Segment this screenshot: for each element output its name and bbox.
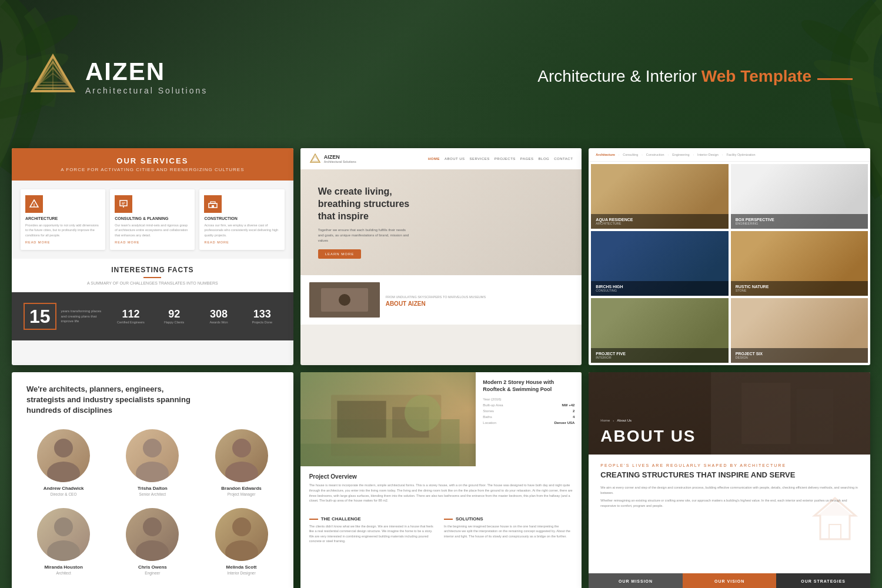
portfolio-nav-sep1: · [619, 153, 620, 156]
member5-photo [126, 508, 179, 561]
services-items: ARCHITECTURE Provides an opportunity to … [12, 181, 293, 259]
svg-point-31 [232, 439, 251, 457]
portfolio-nav-int[interactable]: Interior Design [697, 153, 719, 156]
project-built: Built-up Area NW +42 [483, 403, 574, 407]
solutions-text: In the beginning we imagined because hou… [444, 524, 573, 539]
about-preview-image [309, 282, 380, 318]
about-heading: CREATING STRUCTURES THAT INSPIRE AND SER… [600, 470, 858, 480]
project1-cat: ARCHITECTURE [596, 222, 723, 225]
nav-home[interactable]: HOME [428, 157, 440, 161]
svg-point-34 [47, 540, 80, 561]
construction-icon [204, 195, 222, 213]
portfolio-overlay-3: BIRCHS HIGH CONSULTING [591, 281, 728, 296]
member1-name: Andrew Chadwick [24, 486, 103, 491]
fact-projects: 133 Projects Done [243, 308, 282, 324]
portfolio-nav-arch[interactable]: Architecture [596, 153, 614, 156]
portfolio-nav-sep5: · [722, 153, 723, 156]
svg-rect-43 [392, 407, 429, 437]
project4-cat: STONE [736, 289, 863, 292]
project-baths: Baths 4 [483, 415, 574, 419]
portfolio-nav-fac[interactable]: Facility Optimization [726, 153, 755, 156]
about-tab-strategies[interactable]: OUR STRATEGIES [776, 573, 870, 588]
portfolio-overlay-1: AQUA RESIDENCE ARCHITECTURE [591, 214, 728, 229]
about-tabs: OUR MISSION OUR VISION OUR STRATEGIES [589, 573, 870, 588]
built-val: NW +42 [562, 403, 574, 407]
consulting-link[interactable]: READ MORE [115, 240, 190, 244]
nav-blog[interactable]: BLOG [539, 157, 550, 161]
member5-role: Engineer [112, 571, 192, 575]
portfolio-nav-constr[interactable]: Construction [646, 153, 664, 156]
portfolio-nav-eng[interactable]: Engineering [672, 153, 689, 156]
project-title: Modern 2 Storey House with Roofteck & Sw… [483, 379, 574, 393]
svg-rect-22 [315, 288, 345, 312]
member5-name: Chris Owens [112, 564, 192, 570]
challenge-section: THE CHALLENGE The clients didn't know wh… [309, 516, 438, 543]
brand-tagline: Architectural Solutions [85, 86, 208, 95]
architecture-link[interactable]: READ MORE [25, 240, 101, 244]
breadcrumb: Home › About Us [600, 419, 858, 422]
service-consulting: CONSULTING & PLANNING Our team's analyti… [110, 189, 195, 250]
nav-projects[interactable]: PROJECTS [495, 157, 516, 161]
portfolio-item-3[interactable]: BIRCHS HIGH CONSULTING [591, 231, 728, 296]
hero-desc: Together we ensure that each building fu… [318, 228, 412, 243]
project3-title: BIRCHS HIGH [596, 285, 723, 289]
header-title: Architecture & Interior Web Template [537, 67, 853, 86]
screenshots-grid: OUR SERVICES A FORCE FOR ACTIVATING CITI… [12, 148, 870, 588]
location-val: Denver USA [554, 421, 575, 425]
overview-title: Project Overview [309, 473, 573, 480]
consulting-desc: Our team's analytical mind-sets and rigo… [115, 223, 190, 238]
portfolio-item-6[interactable]: PROJECT SIX DESIGN [731, 298, 868, 363]
header-title-plain: Architecture & Interior [537, 67, 701, 85]
challenge-title: THE CHALLENGE [309, 516, 438, 522]
nav-pages[interactable]: PAGES [520, 157, 534, 161]
construction-desc: Across our firm, we employ a diverse cas… [204, 223, 279, 238]
portfolio-item-5[interactable]: PROJECT FIVE INTERIOR [591, 298, 728, 363]
hero-content: We create living, breathing structures t… [318, 186, 412, 258]
fact-projects-num: 133 [243, 308, 282, 320]
member3-photo [215, 429, 268, 482]
construction-link[interactable]: READ MORE [204, 240, 279, 244]
about-label: FROM UNDULATING SKYSCRAPERS TO MARVELOUS… [386, 295, 486, 299]
nav-services[interactable]: SERVICES [470, 157, 490, 161]
hero-learn-more-btn[interactable]: LEARN MORE [318, 249, 362, 259]
member3-name: Brandon Edwards [201, 486, 281, 491]
portfolio-item-2[interactable]: BOX PERSPECTIVE ENGINEERING [731, 164, 868, 229]
house-icon-decoration [811, 495, 858, 542]
nav-contact[interactable]: CONTACT [554, 157, 573, 161]
about-desc-1: We aim at every corner and step of the d… [600, 485, 858, 496]
challenge-text: The clients didn't know what we like the… [309, 524, 438, 543]
fact-clients: 92 Happy Clients [155, 308, 193, 324]
nav-about[interactable]: ABOUT US [445, 157, 465, 161]
about-tab-vision[interactable]: OUR VISION [683, 573, 777, 588]
nav-brand-tagline: Architectural Solutions [324, 160, 356, 163]
project2-cat: ENGINEERING [736, 222, 863, 225]
solutions-title: SOLUTIONS [444, 516, 573, 522]
stories-label: Stories [483, 409, 494, 413]
facts-subtitle: A SUMMARY OF OUR CHALLENGES TRANSLATES I… [21, 281, 285, 285]
member6-role: Interior Designer [201, 571, 281, 575]
member1-photo [37, 429, 90, 482]
facts-divider [143, 277, 161, 278]
services-header: OUR SERVICES A FORCE FOR ACTIVATING CITI… [12, 148, 293, 181]
breadcrumb-home[interactable]: Home [600, 419, 610, 422]
team-member-4: Miranda Houston Architect [24, 508, 103, 575]
card-about-page: Home › About Us ABOUT US PEOPLE'S LIVES … [589, 372, 870, 588]
svg-point-30 [136, 462, 169, 482]
portfolio-nav-cons[interactable]: Consulting [623, 153, 638, 156]
portfolio-overlay-5: PROJECT FIVE INTERIOR [591, 348, 728, 363]
service-architecture: ARCHITECTURE Provides an opportunity to … [21, 189, 105, 250]
project4-title: RUSTIC NATURE [736, 285, 863, 289]
team-member-6: Melinda Scott Interior Designer [201, 508, 281, 575]
portfolio-item-4[interactable]: RUSTIC NATURE STONE [731, 231, 868, 296]
project-overview: Project Overview The house is meant to i… [300, 466, 582, 510]
project5-title: PROJECT FIVE [596, 352, 723, 356]
year-label: Year (2016) [483, 397, 501, 401]
svg-rect-24 [333, 294, 342, 312]
svg-point-33 [54, 517, 73, 536]
about-hero-image: Home › About Us ABOUT US [589, 372, 870, 455]
about-tab-mission[interactable]: OUR MISSION [589, 573, 683, 588]
portfolio-item-1[interactable]: AQUA RESIDENCE ARCHITECTURE [591, 164, 728, 229]
team-members-row2: Miranda Houston Architect Chris Owens En… [12, 502, 293, 581]
nav-logo-icon [309, 153, 321, 165]
member1-role: Director & CEO [24, 492, 103, 496]
